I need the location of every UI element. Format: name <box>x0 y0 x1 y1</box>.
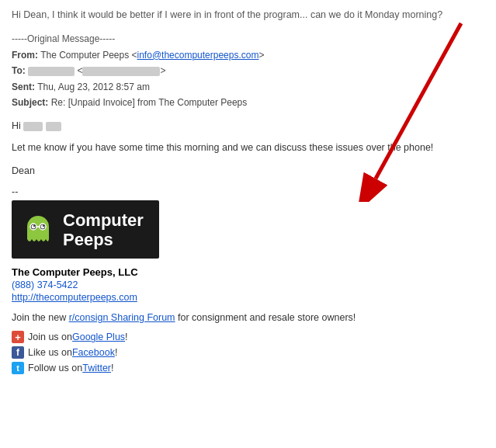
svg-point-8 <box>33 225 35 227</box>
logo-text: Computer Peeps <box>63 210 144 250</box>
original-message-divider: -----Original Message----- <box>12 33 484 44</box>
twitter-item: t Follow us on Twitter! <box>12 362 484 374</box>
signature-section: -- Computer Peeps The Computer Peeps, LL… <box>12 186 484 374</box>
from-line: From: The Computer Peeps <info@thecomput… <box>12 47 484 63</box>
svg-point-6 <box>32 224 36 228</box>
facebook-link[interactable]: Facebook <box>72 347 115 358</box>
blurred-name-2 <box>46 122 61 131</box>
sent-line: Sent: Thu, Aug 23, 2012 8:57 am <box>12 79 484 95</box>
social-links-section: + Join us on Google Plus! f Like us on F… <box>12 331 484 374</box>
ghost-logo-icon <box>21 213 55 247</box>
email-body-section: Hi Let me know if you have some time thi… <box>12 118 484 179</box>
svg-point-7 <box>41 224 45 228</box>
body-text: Let me know if you have some time this m… <box>12 140 484 155</box>
top-email-text: Hi Dean, I think it would be better if I… <box>12 8 484 23</box>
google-plus-link[interactable]: Google Plus <box>72 332 125 342</box>
original-message-section: -----Original Message----- From: The Com… <box>12 33 484 111</box>
twitter-link[interactable]: Twitter <box>82 363 111 373</box>
phone-link[interactable]: (888) 374-5422 <box>12 280 78 290</box>
to-line: To: < > <box>12 63 484 78</box>
forum-link[interactable]: r/consign Sharing Forum <box>69 312 175 323</box>
blurred-name-1 <box>23 122 43 131</box>
from-email-link[interactable]: info@thecomputerpeeps.com <box>137 50 259 61</box>
closing-dean: Dean <box>12 163 484 179</box>
to-blurred-email <box>82 67 160 76</box>
dash-separator: -- <box>12 186 484 197</box>
forum-section: Join the new r/consign Sharing Forum for… <box>12 312 484 323</box>
twitter-icon: t <box>12 362 24 374</box>
to-blurred-name <box>28 67 75 76</box>
hi-line: Hi <box>12 118 484 134</box>
google-plus-item: + Join us on Google Plus! <box>12 331 484 343</box>
facebook-icon: f <box>12 346 24 359</box>
svg-point-9 <box>43 225 44 227</box>
facebook-item: f Like us on Facebook! <box>12 346 484 359</box>
subject-line: Subject: Re: [Unpaid Invoice] from The C… <box>12 95 484 110</box>
company-name: The Computer Peeps, LLC <box>12 266 484 278</box>
google-plus-icon: + <box>12 331 24 343</box>
website-link[interactable]: http://thecomputerpeeps.com <box>12 292 137 303</box>
company-logo: Computer Peeps <box>12 200 159 259</box>
